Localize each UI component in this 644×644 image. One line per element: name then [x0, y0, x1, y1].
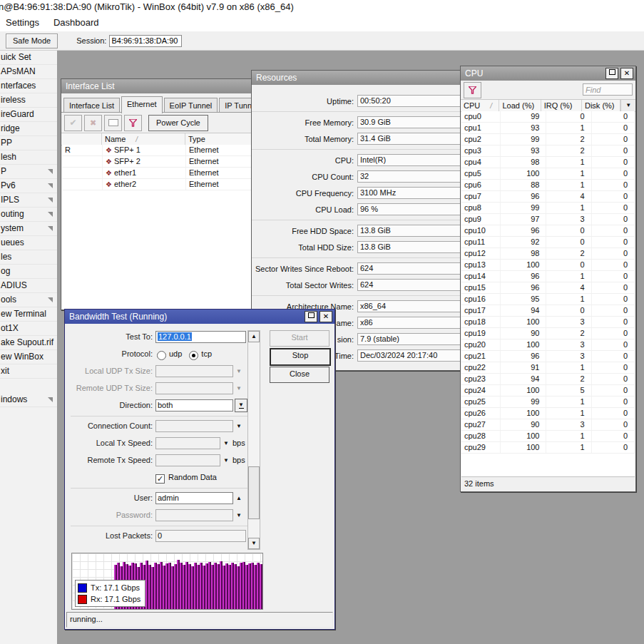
table-row[interactable]: cpu39320	[461, 145, 635, 157]
sidebar-item-quick-set[interactable]: uick Set	[0, 51, 57, 65]
sidebar-item-capsman[interactable]: APsMAN	[0, 65, 57, 79]
tcp-radio[interactable]	[189, 351, 198, 360]
table-row[interactable]: cpu179400	[461, 305, 635, 317]
filter-button[interactable]	[124, 115, 142, 131]
sidebar-item-ip[interactable]: P	[0, 165, 57, 179]
maximize-button[interactable]	[605, 68, 618, 79]
sidebar-item-dot1x[interactable]: ot1X	[0, 322, 57, 336]
sidebar-item-exit[interactable]: xit	[0, 364, 57, 379]
table-row[interactable]: cpu1310000	[461, 260, 635, 271]
chevron-down-icon[interactable]: ▼	[236, 423, 242, 429]
udp-radio[interactable]	[157, 351, 166, 360]
table-row[interactable]: R❖SFP+ 1Ethernet	[62, 145, 253, 156]
table-row[interactable]: cpu29920	[461, 134, 635, 145]
sidebar-item-mesh[interactable]: lesh	[0, 150, 57, 165]
comment-button[interactable]	[104, 115, 122, 131]
find-input[interactable]	[583, 83, 633, 96]
table-row[interactable]: cpu159640	[461, 282, 635, 294]
table-row[interactable]: cpu49810	[461, 157, 635, 168]
scrollbar-thumb[interactable]	[248, 466, 260, 519]
sidebar-item-log[interactable]: og	[0, 265, 57, 279]
table-row[interactable]: cpu229110	[461, 362, 635, 374]
sidebar-item-windows[interactable]: indows	[0, 393, 57, 407]
irq-column-header[interactable]: IRQ (%)	[541, 100, 582, 111]
sidebar-item-ppp[interactable]: PP	[0, 136, 57, 150]
table-row[interactable]: cpu99730	[461, 214, 635, 225]
close-button[interactable]: Close	[270, 367, 329, 383]
resources-titlebar[interactable]: Resources	[252, 71, 487, 85]
sidebar-item-ipv6[interactable]: Pv6	[0, 179, 57, 193]
stop-button[interactable]: Stop	[270, 348, 331, 366]
table-row[interactable]: cpu2810010	[461, 431, 635, 442]
password-input[interactable]	[155, 509, 233, 521]
table-row[interactable]: cpu510010	[461, 168, 635, 180]
table-row[interactable]: cpu2410050	[461, 385, 635, 397]
table-row[interactable]: ❖SFP+ 2Ethernet	[62, 156, 253, 168]
sidebar-item-new-winbox[interactable]: ew WinBox	[0, 350, 57, 364]
power-cycle-button[interactable]: Power Cycle	[148, 115, 208, 131]
sidebar-item-queues[interactable]: ueues	[0, 236, 57, 250]
table-row[interactable]: cpu219630	[461, 351, 635, 362]
table-row[interactable]: ❖ether2Ethernet	[62, 179, 253, 190]
direction-dropdown-button[interactable]: ▼	[235, 399, 247, 412]
bandwidth-test-titlebar[interactable]: Bandwidth Test (Running) ✕	[65, 310, 334, 324]
table-row[interactable]: cpu1810030	[461, 317, 635, 328]
load-column-header[interactable]: Load (%)	[499, 100, 541, 111]
chevron-up-icon[interactable]: ▲	[236, 495, 242, 501]
menu-dashboard[interactable]: Dashboard	[46, 14, 106, 31]
scroll-up-button[interactable]: ▲	[248, 331, 260, 342]
sidebar-item-system[interactable]: ystem	[0, 222, 57, 236]
name-column-header[interactable]: Name/	[102, 133, 185, 145]
safe-mode-button[interactable]: Safe Mode	[6, 34, 58, 48]
table-row[interactable]: cpu109600	[461, 225, 635, 237]
table-row[interactable]: cpu2610010	[461, 408, 635, 419]
sidebar-item-new-terminal[interactable]: ew Terminal	[0, 307, 57, 322]
local-tx-speed-input[interactable]	[155, 437, 220, 449]
sidebar-item-tools[interactable]: ools	[0, 293, 57, 307]
disk-column-header[interactable]: Disk (%)	[582, 100, 620, 111]
udp-radio-label[interactable]: udp	[169, 349, 182, 358]
tab-eoip-tunnel[interactable]: EoIP Tunnel	[164, 98, 218, 112]
table-row[interactable]: cpu2010030	[461, 339, 635, 351]
table-row[interactable]: cpu149610	[461, 271, 635, 282]
tab-interface-list[interactable]: Interface List	[63, 98, 120, 112]
sidebar-item-make-supout[interactable]: ake Supout.rif	[0, 336, 57, 350]
table-row[interactable]: ❖ether1Ethernet	[62, 168, 253, 179]
connection-count-input[interactable]	[155, 420, 233, 432]
interface-list-titlebar[interactable]: Interface List	[61, 79, 254, 93]
table-row[interactable]: cpu79640	[461, 191, 635, 203]
close-button[interactable]: ✕	[320, 311, 332, 322]
menu-settings[interactable]: Settings	[0, 14, 46, 31]
table-row[interactable]: cpu169510	[461, 294, 635, 305]
table-row[interactable]: cpu129820	[461, 248, 635, 260]
sidebar-item-mpls[interactable]: IPLS	[0, 193, 57, 208]
table-row[interactable]: cpu2910010	[461, 442, 635, 454]
close-button[interactable]: ✕	[620, 68, 633, 79]
remote-tx-speed-input[interactable]	[155, 454, 220, 466]
table-row[interactable]: cpu119200	[461, 237, 635, 248]
chevron-down-icon[interactable]: ▼	[236, 512, 242, 518]
tcp-radio-label[interactable]: tcp	[201, 349, 212, 358]
user-input[interactable]: admin	[155, 492, 233, 504]
table-row[interactable]: cpu68810	[461, 180, 635, 191]
tab-ethernet[interactable]: Ethernet	[121, 96, 163, 113]
sidebar-item-routing[interactable]: outing	[0, 208, 57, 222]
table-row[interactable]: cpu279030	[461, 419, 635, 431]
disable-button[interactable]: ✖	[84, 115, 102, 131]
cpu-filter-button[interactable]	[464, 82, 481, 98]
random-data-checkbox[interactable]: ✓	[155, 474, 165, 484]
table-row[interactable]: cpu09900	[461, 111, 635, 123]
sidebar-item-wireless[interactable]: ireless	[0, 93, 57, 108]
flags-column-header[interactable]	[61, 133, 102, 145]
type-column-header[interactable]: Type	[185, 133, 254, 145]
table-row[interactable]: cpu239420	[461, 374, 635, 385]
maximize-button[interactable]	[305, 311, 317, 322]
sidebar-item-radius[interactable]: ADIUS	[0, 279, 57, 293]
form-scrollbar[interactable]: ▲ ▼	[247, 330, 260, 550]
scroll-down-button[interactable]: ▼	[248, 538, 260, 549]
chevron-down-icon[interactable]: ▼	[223, 457, 229, 464]
table-row[interactable]: cpu89910	[461, 203, 635, 214]
test-to-input[interactable]: 127.0.0.1	[155, 331, 246, 343]
chevron-down-icon[interactable]: ▼	[223, 440, 229, 446]
sidebar-item-interfaces[interactable]: nterfaces	[0, 79, 57, 93]
